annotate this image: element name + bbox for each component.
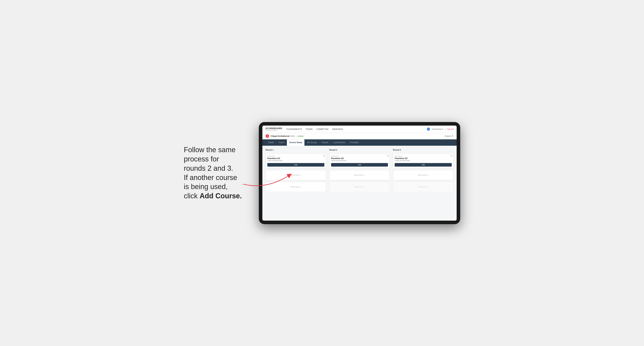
round-3-label: Round 3 xyxy=(393,149,454,151)
logo-title: SCOREBOARD xyxy=(266,127,282,130)
add-course-r1-label2: Add Course + xyxy=(290,186,301,188)
course-tag-r3: (Course A) xyxy=(395,155,452,157)
add-course-r2-slot1[interactable]: Add Course + xyxy=(329,170,390,180)
page-wrapper: Follow the same process for rounds 2 and… xyxy=(184,122,460,224)
tab-leaderboards[interactable]: Leaderboards xyxy=(331,139,348,146)
tournament-gender: (Men) xyxy=(290,135,295,137)
course-details-r3: Yellow (M) (6629 yds) xyxy=(395,160,452,162)
course-card-r3: (Course A) Peachtree GC Yellow (M) (6629… xyxy=(393,153,454,168)
edit-button-r1[interactable]: Edit xyxy=(267,163,324,167)
delete-icon-r3[interactable]: ⊠ xyxy=(451,155,452,157)
sign-out-link[interactable]: Sign out xyxy=(447,128,454,130)
nav-separator: | xyxy=(445,128,446,130)
instruction-text: Follow the same process for rounds 2 and… xyxy=(184,145,247,201)
tab-results[interactable]: Results xyxy=(320,139,331,146)
delete-icon-r2[interactable]: ⊠ xyxy=(387,155,388,157)
course-card-r1: (Course A) Peachtree GC Yellow (M) (6629… xyxy=(266,153,326,168)
add-course-r3-slot1[interactable]: Add Course + xyxy=(393,170,454,180)
user-email: blair@clippd.io xyxy=(432,128,443,130)
tab-tee-groups[interactable]: Tee Groups xyxy=(304,139,320,146)
course-card-r1-inner: (Course A) Peachtree GC Yellow (M) (6629… xyxy=(266,153,326,168)
tablet-frame: SCOREBOARD Powered by clippd TOURNAMENTS… xyxy=(259,122,460,224)
sub-header: C Clippd Invitational (Men) Hosting Canc… xyxy=(262,133,457,139)
course-name-r3: Peachtree GC xyxy=(395,157,452,160)
add-course-r2-label2: Add Course + xyxy=(354,186,365,188)
scoreboard-logo: SCOREBOARD Powered by clippd xyxy=(266,127,282,131)
hosting-badge: Hosting xyxy=(296,135,304,137)
tab-printables[interactable]: Printables xyxy=(348,139,361,146)
nav-teams[interactable]: TEAMS xyxy=(306,128,313,130)
course-details-r2: Yellow (M) (6629 yds) xyxy=(331,160,388,162)
add-course-r2-slot2: Add Course + xyxy=(329,182,390,192)
add-course-bold: Add Course. xyxy=(200,192,242,200)
round-2-column: Round 2 (Course A) Peachtree GC Yellow (… xyxy=(329,149,390,192)
top-nav: SCOREBOARD Powered by clippd TOURNAMENTS… xyxy=(262,126,457,133)
course-tag-r2: (Course A) xyxy=(331,155,388,157)
tablet-screen: SCOREBOARD Powered by clippd TOURNAMENTS… xyxy=(262,126,457,221)
nav-rankings[interactable]: RANKINGS xyxy=(332,128,343,130)
user-avatar xyxy=(427,128,430,131)
top-nav-links: TOURNAMENTS TEAMS COMMITTEE RANKINGS xyxy=(286,128,427,130)
edit-button-r2[interactable]: Edit xyxy=(331,163,388,167)
cancel-button[interactable]: Cancel xyxy=(444,135,451,137)
add-course-r2-label1: Add Course + xyxy=(354,174,365,176)
course-name-r1: Peachtree GC xyxy=(267,157,324,160)
course-name-r2: Peachtree GC xyxy=(331,157,388,160)
tab-teams[interactable]: Teams xyxy=(276,139,287,146)
round-1-column: Round 1 (Course A) Peachtree GC Yellow (… xyxy=(266,149,326,192)
nav-committee[interactable]: COMMITTEE xyxy=(316,128,329,130)
main-content: Round 1 (Course A) Peachtree GC Yellow (… xyxy=(262,146,457,221)
course-details-r1: Yellow (M) (6629 yds) xyxy=(267,160,324,162)
round-1-label: Round 1 xyxy=(266,149,326,151)
round-2-label: Round 2 xyxy=(329,149,390,151)
round-3-column: Round 3 (Course A) Peachtree GC Yellow (… xyxy=(393,149,454,192)
add-course-r1-slot1[interactable]: Add Course + xyxy=(266,170,326,180)
edit-button-r3[interactable]: Edit xyxy=(395,163,452,167)
tournament-name: Clippd Invitational xyxy=(271,135,290,137)
clippd-logo: C xyxy=(266,134,269,138)
top-nav-right: blair@clippd.io | Sign out xyxy=(427,128,454,131)
nav-tournaments[interactable]: TOURNAMENTS xyxy=(286,128,302,130)
course-card-r2-inner: (Course A) Peachtree GC Yellow (M) (6629… xyxy=(329,153,390,168)
sub-header-right: Cancel ✕ xyxy=(444,135,454,137)
course-card-r2: (Course A) Peachtree GC Yellow (M) (6629… xyxy=(329,153,390,168)
course-card-r3-inner: (Course A) Peachtree GC Yellow (M) (6629… xyxy=(393,153,454,168)
add-course-r1-label1: Add Course + xyxy=(290,174,301,176)
tab-course-setup[interactable]: Course Setup xyxy=(287,139,304,146)
delete-icon-r1[interactable]: ⊠ xyxy=(324,155,325,157)
close-icon[interactable]: ✕ xyxy=(452,135,454,137)
course-tag-r1: (Course A) xyxy=(267,155,324,157)
add-course-r3-label2: Add Course + xyxy=(418,186,428,188)
logo-sub: Powered by clippd xyxy=(266,130,282,131)
tab-details[interactable]: Details xyxy=(266,139,276,146)
add-course-r3-label1: Add Course + xyxy=(418,174,428,176)
tabs-bar: Details Teams Course Setup Tee Groups Re… xyxy=(262,139,457,146)
rounds-grid: Round 1 (Course A) Peachtree GC Yellow (… xyxy=(266,149,454,192)
add-course-r1-slot2[interactable]: Add Course + xyxy=(266,182,326,192)
add-course-r3-slot2: Add Course + xyxy=(393,182,454,192)
